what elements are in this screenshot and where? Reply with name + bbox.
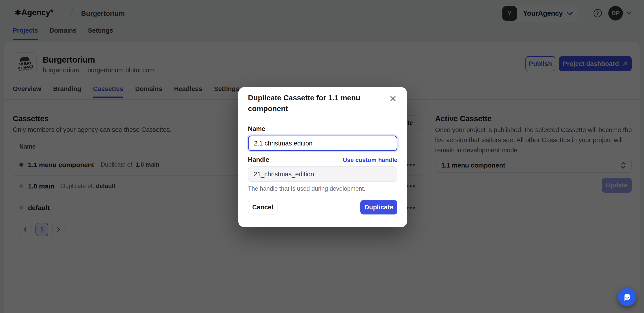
cancel-button[interactable]: Cancel (248, 200, 278, 214)
handle-label: Handle (248, 156, 269, 163)
handle-help-text: The handle that is used during developme… (248, 186, 366, 192)
name-label: Name (248, 125, 265, 132)
duplicate-cassette-modal: Duplicate Cassette for 1.1 menu componen… (238, 87, 407, 227)
handle-field[interactable] (248, 166, 398, 182)
name-field[interactable] (248, 136, 398, 151)
duplicate-button[interactable]: Duplicate (360, 200, 398, 214)
use-custom-handle-link[interactable]: Use custom handle (343, 157, 398, 164)
chat-bubble-icon (622, 292, 632, 302)
chat-launcher-button[interactable] (618, 288, 636, 306)
close-icon[interactable] (388, 94, 398, 103)
modal-title: Duplicate Cassette for 1.1 menu componen… (248, 92, 378, 114)
